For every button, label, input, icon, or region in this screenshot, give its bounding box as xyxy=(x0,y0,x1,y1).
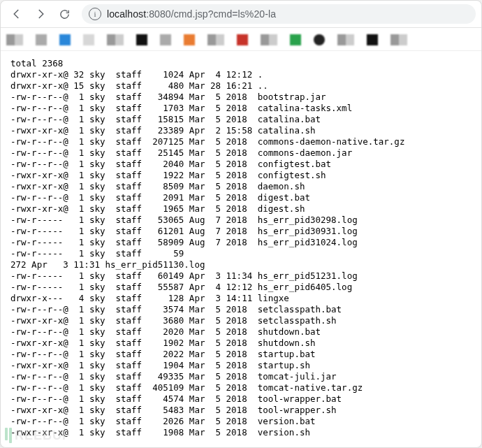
bookmark-icon[interactable] xyxy=(6,34,23,45)
url-text: localhost:8080/cmd.jsp?cmd=ls%20-la xyxy=(107,8,276,20)
bookmark-icon[interactable] xyxy=(184,34,195,45)
bookmarks-bar xyxy=(1,28,481,51)
browser-toolbar: i localhost:8080/cmd.jsp?cmd=ls%20-la xyxy=(1,1,481,28)
bookmark-icon[interactable] xyxy=(136,34,147,45)
forward-button[interactable] xyxy=(30,3,51,24)
bookmark-icon[interactable] xyxy=(314,34,325,45)
arrow-left-icon xyxy=(10,8,23,20)
bookmark-icon[interactable] xyxy=(36,34,47,45)
reload-button[interactable] xyxy=(54,3,75,24)
url-host: localhost xyxy=(107,8,146,20)
bookmark-icon[interactable] xyxy=(367,34,378,45)
address-bar[interactable]: i localhost:8080/cmd.jsp?cmd=ls%20-la xyxy=(82,4,476,24)
url-port: :8080 xyxy=(146,8,171,20)
bookmark-icon[interactable] xyxy=(107,34,124,45)
bookmark-icon[interactable] xyxy=(59,34,71,45)
bookmark-icon[interactable] xyxy=(290,34,301,45)
bookmark-icon[interactable] xyxy=(83,34,94,45)
bookmark-icon[interactable] xyxy=(207,34,224,45)
bookmark-icon[interactable] xyxy=(237,34,248,45)
bookmark-icon[interactable] xyxy=(390,34,407,45)
back-button[interactable] xyxy=(6,3,27,24)
url-path: /cmd.jsp?cmd=ls%20-la xyxy=(171,8,276,20)
site-info-icon[interactable]: i xyxy=(89,8,101,20)
bookmark-icon[interactable] xyxy=(261,34,277,45)
page-content: total 2368 drwxr-xr-x@ 32 sky staff 1024… xyxy=(1,51,481,438)
browser-window: i localhost:8080/cmd.jsp?cmd=ls%20-la to… xyxy=(0,0,482,448)
bookmark-icon[interactable] xyxy=(337,34,354,45)
reload-icon xyxy=(59,8,71,20)
bookmark-icon[interactable] xyxy=(160,34,171,45)
arrow-right-icon xyxy=(34,8,47,20)
